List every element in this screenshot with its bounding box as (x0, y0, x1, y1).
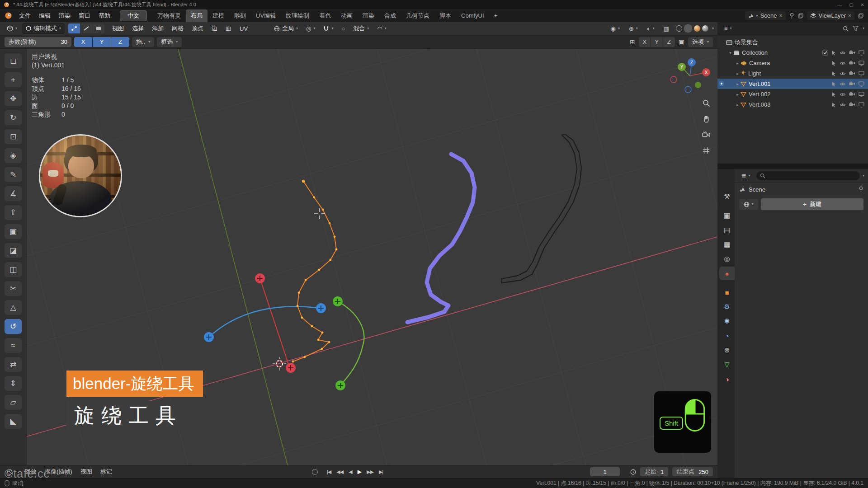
render-visibility-icon[interactable] (849, 81, 855, 86)
timeline-menu-item[interactable]: 标记 (96, 467, 116, 477)
tool-measure[interactable]: ∡ (5, 186, 22, 201)
tool-transform[interactable]: ◈ (5, 148, 22, 163)
frame-start-field[interactable]: 起始1 (640, 467, 668, 476)
camera-view-icon[interactable] (701, 129, 712, 140)
profile-curve-vertices[interactable] (292, 180, 338, 363)
viewport-menu-item[interactable]: 视图 (108, 23, 128, 34)
hide-toggle-icon[interactable] (840, 102, 846, 108)
curve-object-unselected[interactable] (502, 134, 581, 283)
hide-toggle-icon[interactable] (840, 70, 846, 77)
object-visibility-dropdown[interactable]: ◉▾ (608, 25, 623, 33)
disclosure-arrow-icon[interactable]: ▸ (735, 71, 741, 76)
outliner-row[interactable]: ▾Collection (717, 47, 868, 58)
outliner-row[interactable]: 场景集合 (717, 37, 868, 47)
mirror-axis-toggle-y[interactable]: Y (651, 37, 663, 47)
tool-knife[interactable]: ✂ (5, 281, 22, 296)
current-frame-field[interactable]: 1 (590, 467, 620, 476)
filter-icon[interactable] (853, 26, 859, 31)
vertex-select-button[interactable] (68, 23, 80, 33)
frame-end-field[interactable]: 结束点250 (672, 467, 713, 476)
menu-item[interactable]: 窗口 (75, 10, 94, 21)
gizmo-axis-z-neg[interactable] (685, 86, 691, 93)
tool-select-box[interactable]: ◻ (5, 53, 22, 68)
disclosure-arrow-icon[interactable]: ▸ (735, 82, 741, 86)
properties-tab-particles[interactable]: ✱ (719, 314, 735, 328)
shading-dropdown[interactable]: ▾ (712, 27, 714, 30)
maximize-button[interactable]: ▢ (849, 2, 853, 7)
properties-tab-render[interactable]: ▣ (719, 209, 735, 222)
workspace-tab[interactable]: + (489, 10, 503, 21)
menu-item[interactable]: 文件 (15, 10, 35, 21)
workspace-tab[interactable]: ComfyUI (456, 10, 489, 21)
disclosure-arrow-icon[interactable]: ▸ (735, 61, 741, 66)
viewport-menu-item[interactable]: 网格 (168, 23, 188, 34)
edge-select-button[interactable] (80, 23, 92, 33)
falloff-curve-dropdown[interactable]: ◠▾ (374, 25, 389, 33)
workspace-tab[interactable]: 雕刻 (229, 9, 251, 22)
properties-tab-world[interactable]: ● (719, 267, 735, 280)
collection-checkbox-icon[interactable] (822, 50, 828, 56)
gizmo-axis-y-neg[interactable] (695, 82, 701, 88)
viewport-visibility-icon[interactable] (859, 50, 864, 56)
hide-toggle-icon[interactable] (840, 50, 846, 56)
viewport-visibility-icon[interactable] (859, 92, 864, 97)
spin-handle-green[interactable] (333, 296, 345, 390)
play-reverse-button[interactable]: ◀ (346, 468, 354, 476)
tool-spin[interactable]: ↺ (5, 319, 22, 334)
tool-extrude[interactable]: ⇧ (5, 205, 22, 220)
properties-tab-tool[interactable]: ⚒ (719, 190, 735, 203)
pivot-point-dropdown[interactable]: ◎▾ (303, 25, 318, 33)
outliner-row[interactable]: ▸Vert.001 (717, 79, 868, 89)
tool-bevel[interactable]: ◪ (5, 243, 22, 258)
fallback-tool-dropdown[interactable]: 框选 ▾ (157, 37, 182, 47)
render-visibility-icon[interactable] (849, 50, 855, 55)
tool-loop-cut[interactable]: ◫ (5, 262, 22, 277)
editor-type-button[interactable]: ▾ (4, 24, 20, 33)
viewport-menu-item[interactable]: 添加 (148, 23, 168, 34)
outliner-editor-type-button[interactable]: ≡▾ (721, 25, 735, 33)
tool-poly-build[interactable]: △ (5, 300, 22, 315)
selectable-toggle-icon[interactable] (831, 92, 836, 97)
tool-inset[interactable]: ▣ (5, 224, 22, 239)
hide-toggle-icon[interactable] (840, 81, 846, 87)
properties-tab-output[interactable]: ▤ (719, 223, 735, 237)
properties-filter-dropdown[interactable]: ▾ (863, 174, 864, 178)
properties-tab-material[interactable]: ◑ (719, 372, 735, 386)
render-visibility-icon[interactable] (849, 71, 855, 76)
workspace-tab[interactable]: 纹理绘制 (281, 9, 314, 22)
viewport-menu-item[interactable]: UV (236, 24, 252, 33)
viewport-visibility-icon[interactable] (859, 81, 864, 87)
tool-shrink-flatten[interactable]: ⇕ (5, 376, 22, 391)
minimize-button[interactable]: — (837, 2, 842, 7)
selectable-toggle-icon[interactable] (831, 71, 836, 76)
new-viewlayer-icon[interactable] (858, 13, 863, 19)
properties-tab-scene[interactable]: ◎ (719, 252, 735, 266)
tool-scale[interactable]: ⊡ (5, 129, 22, 144)
toggle-ortho-icon[interactable] (701, 145, 712, 156)
tool-smooth[interactable]: ≈ (5, 338, 22, 353)
viewport-3d[interactable]: Z Y X ◻+✥↻⊡◈✎∡⇧▣◪◫✂△↺≈⇄⇕▱◣ 用户透视 (1) Vert… (0, 49, 717, 465)
scene-selector[interactable]: ▾ Scene × (745, 11, 786, 20)
viewlayer-selector[interactable]: ViewLayer × (807, 11, 854, 20)
properties-tab-object[interactable]: ■ (719, 286, 735, 299)
outliner-row[interactable]: ▸Vert.003 (717, 99, 868, 110)
jump-to-start-button[interactable]: |◀ (324, 468, 334, 476)
properties-tab-object-data[interactable]: ▽ (719, 358, 735, 371)
workspace-tab[interactable]: UV编辑 (251, 9, 281, 22)
viewport-menu-item[interactable]: 面 (222, 23, 236, 34)
hide-toggle-icon[interactable] (840, 91, 846, 98)
spin-gizmo-arc-blue[interactable] (209, 306, 321, 337)
tool-annotate[interactable]: ✎ (5, 167, 22, 182)
menu-item[interactable]: 渲染 (55, 10, 75, 21)
spin-axis-toggle-z[interactable]: Z (111, 37, 129, 47)
render-visibility-icon[interactable] (849, 61, 855, 66)
menu-item[interactable]: 帮助 (94, 10, 114, 21)
xray-toggle[interactable]: ▥ (660, 25, 672, 33)
tool-move[interactable]: ✥ (5, 91, 22, 106)
tool-shear[interactable]: ▱ (5, 395, 22, 410)
search-icon[interactable] (843, 26, 849, 32)
tool-edge-slide[interactable]: ⇄ (5, 357, 22, 372)
next-keyframe-button[interactable]: ▶▶ (364, 468, 376, 476)
properties-tab-physics[interactable]: ◔ (719, 329, 735, 343)
outliner-row[interactable]: ▸Vert.002 (717, 89, 868, 99)
